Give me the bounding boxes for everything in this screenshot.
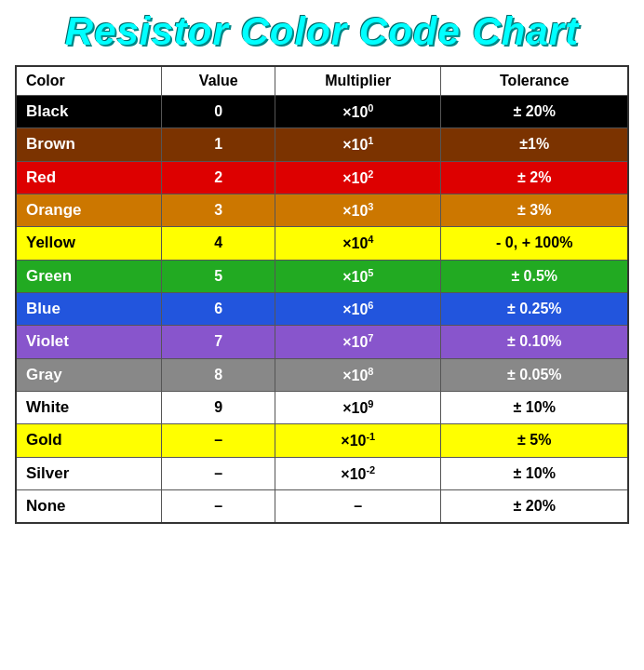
- cell-value-gold: –: [162, 424, 275, 457]
- cell-tolerance-blue: ± 0.25%: [441, 292, 628, 325]
- cell-color-black: Black: [16, 96, 162, 128]
- cell-tolerance-white: ± 10%: [441, 391, 628, 423]
- table-row: Silver–×10-2± 10%: [16, 457, 628, 489]
- cell-tolerance-black: ± 20%: [441, 96, 628, 128]
- cell-tolerance-none: ± 20%: [441, 489, 628, 523]
- cell-tolerance-gray: ± 0.05%: [441, 358, 628, 391]
- cell-color-none: None: [16, 489, 162, 523]
- cell-color-silver: Silver: [16, 457, 162, 489]
- table-row: Gray8×108± 0.05%: [16, 358, 628, 391]
- cell-value-green: 5: [162, 260, 275, 292]
- cell-tolerance-green: ± 0.5%: [441, 260, 628, 292]
- cell-multiplier-violet: ×107: [275, 326, 441, 358]
- cell-color-white: White: [16, 391, 162, 423]
- cell-value-white: 9: [162, 391, 275, 423]
- cell-multiplier-gray: ×108: [275, 358, 441, 391]
- col-header-color: Color: [16, 66, 162, 96]
- color-code-table: Color Value Multiplier Tolerance Black0×…: [15, 65, 629, 524]
- table-row: White9×109± 10%: [16, 391, 628, 423]
- cell-color-brown: Brown: [16, 128, 162, 161]
- cell-multiplier-yellow: ×104: [275, 227, 441, 260]
- cell-tolerance-brown: ±1%: [441, 128, 628, 161]
- col-header-multiplier: Multiplier: [275, 66, 441, 96]
- table-row: Gold–×10-1± 5%: [16, 424, 628, 457]
- page-title: Resistor Color Code Chart: [65, 9, 579, 54]
- cell-color-red: Red: [16, 161, 162, 194]
- cell-multiplier-silver: ×10-2: [275, 457, 441, 489]
- cell-tolerance-gold: ± 5%: [441, 424, 628, 457]
- cell-color-gold: Gold: [16, 424, 162, 457]
- cell-multiplier-brown: ×101: [275, 128, 441, 161]
- cell-color-orange: Orange: [16, 194, 162, 226]
- cell-tolerance-silver: ± 10%: [441, 457, 628, 489]
- table-row: Red2×102± 2%: [16, 161, 628, 194]
- cell-tolerance-yellow: - 0, + 100%: [441, 227, 628, 260]
- cell-value-black: 0: [162, 96, 275, 128]
- cell-value-brown: 1: [162, 128, 275, 161]
- cell-tolerance-red: ± 2%: [441, 161, 628, 194]
- cell-multiplier-blue: ×106: [275, 292, 441, 325]
- cell-multiplier-green: ×105: [275, 260, 441, 292]
- cell-value-gray: 8: [162, 358, 275, 391]
- table-row: Black0×100± 20%: [16, 96, 628, 128]
- col-header-value: Value: [162, 66, 275, 96]
- cell-color-green: Green: [16, 260, 162, 292]
- cell-value-orange: 3: [162, 194, 275, 226]
- cell-color-violet: Violet: [16, 326, 162, 358]
- cell-multiplier-red: ×102: [275, 161, 441, 194]
- cell-value-none: –: [162, 489, 275, 523]
- table-row: Yellow4×104- 0, + 100%: [16, 227, 628, 260]
- cell-value-blue: 6: [162, 292, 275, 325]
- cell-color-blue: Blue: [16, 292, 162, 325]
- cell-multiplier-black: ×100: [275, 96, 441, 128]
- table-row: Orange3×103± 3%: [16, 194, 628, 226]
- cell-multiplier-none: –: [275, 489, 441, 523]
- cell-value-silver: –: [162, 457, 275, 489]
- cell-value-violet: 7: [162, 326, 275, 358]
- table-row: Violet7×107± 0.10%: [16, 326, 628, 358]
- table-row: Green5×105± 0.5%: [16, 260, 628, 292]
- table-row: Blue6×106± 0.25%: [16, 292, 628, 325]
- cell-tolerance-violet: ± 0.10%: [441, 326, 628, 358]
- table-row: Brown1×101±1%: [16, 128, 628, 161]
- table-row: None––± 20%: [16, 489, 628, 523]
- cell-multiplier-gold: ×10-1: [275, 424, 441, 457]
- col-header-tolerance: Tolerance: [441, 66, 628, 96]
- cell-value-yellow: 4: [162, 227, 275, 260]
- cell-color-yellow: Yellow: [16, 227, 162, 260]
- cell-tolerance-orange: ± 3%: [441, 194, 628, 226]
- cell-value-red: 2: [162, 161, 275, 194]
- table-header-row: Color Value Multiplier Tolerance: [16, 66, 628, 96]
- cell-multiplier-orange: ×103: [275, 194, 441, 226]
- cell-multiplier-white: ×109: [275, 391, 441, 423]
- cell-color-gray: Gray: [16, 358, 162, 391]
